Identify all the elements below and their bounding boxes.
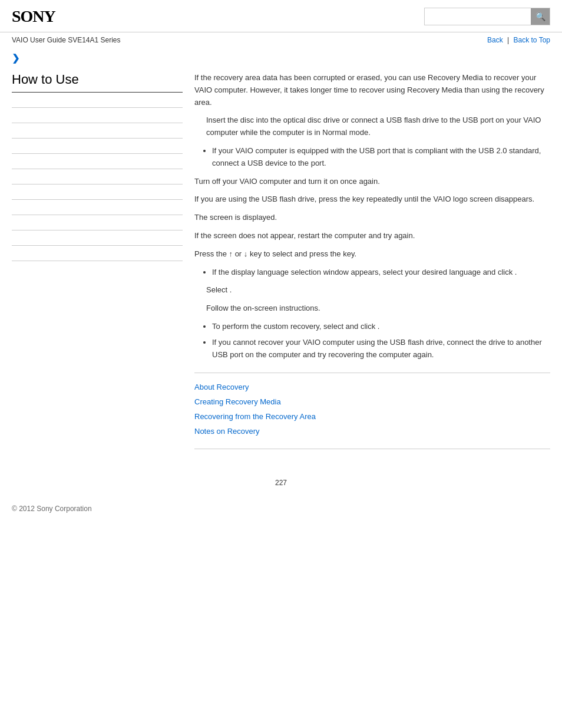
- sidebar-item-4[interactable]: [12, 146, 183, 154]
- back-to-top-link[interactable]: Back to Top: [514, 36, 550, 44]
- related-link-creating-recovery-media[interactable]: Creating Recovery Media: [194, 396, 550, 409]
- related-link-recovering-from-recovery-area[interactable]: Recovering from the Recovery Area: [194, 411, 550, 423]
- search-icon: 🔍: [535, 12, 546, 21]
- related-links: About Recovery Creating Recovery Media R…: [194, 373, 550, 449]
- bullet-list-1: If your VAIO computer is equipped with t…: [212, 145, 550, 170]
- page-number: 227: [0, 473, 562, 493]
- sidebar-item-11[interactable]: [12, 253, 183, 261]
- sony-logo: SONY: [12, 7, 55, 26]
- page-header: SONY 🔍: [0, 0, 562, 32]
- sidebar-item-7[interactable]: [12, 192, 183, 200]
- content-para2: Turn off your VAIO computer and turn it …: [194, 176, 550, 188]
- nav-separator: |: [507, 36, 509, 44]
- content-para7: Select .: [206, 284, 550, 297]
- content-para5: If the screen does not appear, restart t…: [194, 230, 550, 242]
- sidebar-item-6[interactable]: [12, 176, 183, 185]
- bullet-item-1: If your VAIO computer is equipped with t…: [212, 145, 550, 170]
- content-area: If the recovery area data has been corru…: [194, 72, 550, 461]
- footer: © 2012 Sony Corporation: [0, 493, 562, 525]
- indent-block-2: Select . Follow the on-screen instructio…: [206, 284, 550, 315]
- back-link[interactable]: Back: [487, 36, 503, 44]
- bullet-list-2: If the display language selection window…: [212, 266, 550, 279]
- sidebar-item-5[interactable]: [12, 161, 183, 169]
- search-box: 🔍: [424, 8, 550, 25]
- nav-bar: VAIO User Guide SVE14A1 Series Back | Ba…: [0, 32, 562, 48]
- guide-text: VAIO User Guide SVE14A1 Series: [12, 36, 121, 44]
- nav-links: Back | Back to Top: [487, 36, 550, 44]
- sidebar-item-9[interactable]: [12, 222, 183, 230]
- sidebar: How to Use: [12, 72, 183, 461]
- breadcrumb-area: ❯: [0, 48, 562, 66]
- content-para6: Press the ↑ or ↓ key to select and press…: [194, 248, 550, 261]
- search-button[interactable]: 🔍: [531, 8, 550, 25]
- bullet-item-4: If you cannot recover your VAIO computer…: [212, 337, 550, 361]
- content-para8: Follow the on-screen instructions.: [206, 302, 550, 315]
- related-link-notes-recovery[interactable]: Notes on Recovery: [194, 426, 550, 438]
- main-content: How to Use If the recovery area data has…: [0, 66, 562, 473]
- indent-block-1: Insert the disc into the optical disc dr…: [206, 114, 550, 139]
- search-input[interactable]: [425, 8, 531, 25]
- content-para1: If the recovery area data has been corru…: [194, 72, 550, 108]
- sidebar-item-3[interactable]: [12, 130, 183, 139]
- bullet-item-3: To perform the custom recovery, select a…: [212, 321, 550, 333]
- bullet-item-2: If the display language selection window…: [212, 266, 550, 279]
- breadcrumb-arrow: ❯: [12, 53, 19, 63]
- content-para4: The screen is displayed.: [194, 212, 550, 224]
- related-link-about-recovery[interactable]: About Recovery: [194, 381, 550, 394]
- sidebar-item-10[interactable]: [12, 238, 183, 246]
- copyright-text: © 2012 Sony Corporation: [12, 505, 92, 513]
- content-para3: If you are using the USB flash drive, pr…: [194, 193, 550, 206]
- sidebar-item-1[interactable]: [12, 100, 183, 108]
- content-indent1: Insert the disc into the optical disc dr…: [206, 114, 550, 139]
- sidebar-item-2[interactable]: [12, 115, 183, 123]
- sidebar-title: How to Use: [12, 72, 183, 93]
- sidebar-item-8[interactable]: [12, 207, 183, 215]
- bullet-list-3: To perform the custom recovery, select a…: [212, 321, 550, 361]
